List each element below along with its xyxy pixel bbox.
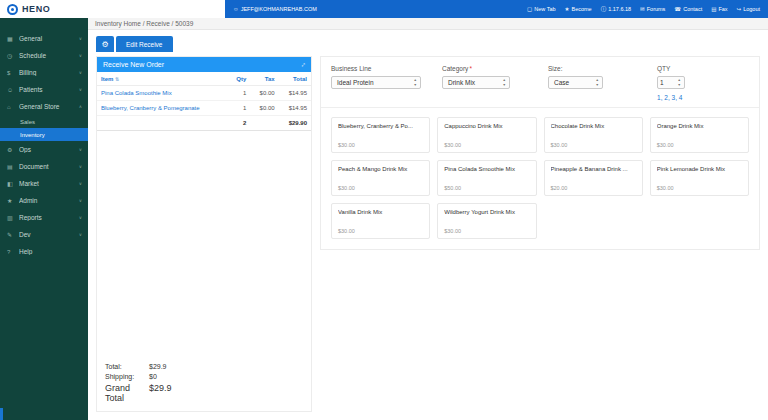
product-price: $30.00 [338, 185, 423, 191]
product-card[interactable]: Pina Colada Smoothie Mix$50.00 [437, 160, 536, 196]
sidebar-item-general[interactable]: ▦General∨ [0, 30, 88, 47]
qty-input[interactable] [660, 79, 674, 86]
sidebar-scrollbar[interactable] [0, 408, 3, 420]
user-email-label: JEFF@KOHMANREHAB.COM [241, 6, 317, 12]
sidebar-item-label: Reports [19, 214, 79, 221]
logout-label: Logout [743, 6, 760, 12]
product-price: $30.00 [657, 185, 742, 191]
product-name: Pina Colada Smoothie Mix [444, 166, 529, 172]
order-summary-row: 2 $29.90 [97, 116, 311, 131]
column-header-total[interactable]: Total [279, 72, 311, 86]
star-icon: ★ [565, 6, 570, 12]
user-icon: ☺ [233, 6, 239, 12]
tab-edit-receive[interactable]: Edit Receive [116, 36, 173, 52]
chevron-down-icon: ∨ [79, 232, 82, 237]
order-totals: Total:$29.9 Shipping:$0 Grand Total$29.9 [97, 354, 311, 411]
product-card[interactable]: Blueberry, Cranberry & Po...$30.00 [331, 117, 430, 153]
sidebar-item-label: Help [19, 248, 82, 255]
logout-link[interactable]: ↪Logout [737, 6, 760, 12]
size-filter: Size: Case ▲▼ [548, 65, 657, 101]
expand-icon[interactable]: ↕ [300, 61, 307, 68]
billing-icon: $ [7, 70, 16, 76]
chevron-down-icon: ∨ [79, 147, 82, 152]
sidebar-item-inventory[interactable]: Inventory [0, 128, 88, 141]
sidebar-item-patients[interactable]: ☺Patients∨ [0, 81, 88, 98]
dev-icon: ✎ [7, 231, 16, 238]
receive-order-panel: Receive New Order ↕ Item ⇅ Qty Tax Total… [96, 56, 312, 412]
user-email-link[interactable]: ☺JEFF@KOHMANREHAB.COM [233, 6, 317, 12]
fax-label: Fax [718, 6, 727, 12]
document-icon: ▤ [7, 163, 16, 170]
sidebar-item-general-store[interactable]: ⌂General Store∧ [0, 98, 88, 115]
item-link[interactable]: Blueberry, Cranberry & Pomegranate [101, 105, 200, 111]
gear-icon: ⚙ [7, 146, 16, 153]
grand-total-label: Grand Total [105, 383, 149, 403]
product-card[interactable]: Pineapple & Banana Drink ...$20.00 [544, 160, 643, 196]
stepper-arrows-icon[interactable]: ▲▼ [678, 78, 681, 86]
product-card[interactable]: Wildberry Yogurt Drink Mix$30.00 [437, 203, 536, 239]
contact-link[interactable]: ☎Contact [674, 6, 702, 12]
product-name: Orange Drink Mix [657, 123, 742, 129]
breadcrumb-text: Inventory Home / Receive / 50039 [95, 20, 193, 27]
new-tab-link[interactable]: ▢New Tab [527, 6, 556, 12]
sidebar-item-help[interactable]: ?Help [0, 243, 88, 260]
sidebar-item-admin[interactable]: ★Admin∨ [0, 192, 88, 209]
logout-icon: ↪ [737, 6, 742, 12]
new-tab-label: New Tab [534, 6, 555, 12]
breadcrumb[interactable]: Inventory Home / Receive / 50039 [88, 18, 768, 30]
product-card[interactable]: Peach & Mango Drink Mix$30.00 [331, 160, 430, 196]
main-content: ⚙ Edit Receive Receive New Order ↕ Item … [88, 30, 768, 420]
dashboard-icon: ▦ [7, 35, 16, 42]
total-value: $29.9 [149, 363, 167, 370]
size-select[interactable]: Case ▲▼ [548, 76, 603, 89]
qty-stepper[interactable]: ▲▼ [657, 76, 685, 89]
business-line-select[interactable]: Ideal Protein ▲▼ [331, 76, 421, 89]
grand-total-value: $29.9 [149, 383, 172, 393]
product-name: Cappuccino Drink Mix [444, 123, 529, 129]
brand-area[interactable]: HENO [0, 0, 225, 18]
total-row: Total:$29.9 [105, 363, 303, 370]
column-header-tax[interactable]: Tax [250, 72, 278, 86]
sidebar-item-billing[interactable]: $Billing∨ [0, 64, 88, 81]
sidebar-subitem-label: Sales [20, 119, 35, 125]
heno-logo-icon [7, 4, 18, 15]
forums-label: Forums [647, 6, 666, 12]
sort-icon: ⇅ [115, 76, 119, 82]
sidebar-item-ops[interactable]: ⚙Ops∨ [0, 141, 88, 158]
sidebar-item-reports[interactable]: ▥Reports∨ [0, 209, 88, 226]
qty-filter: QTY ▲▼ 1, 2, 3, 4 [657, 65, 749, 101]
help-icon: ? [7, 249, 16, 255]
tab-settings[interactable]: ⚙ [96, 36, 114, 52]
item-link[interactable]: Pina Colada Smoothie Mix [101, 90, 172, 96]
product-card[interactable]: Orange Drink Mix$30.00 [650, 117, 749, 153]
become-link[interactable]: ★Become [565, 6, 592, 12]
sidebar-item-label: Ops [19, 146, 79, 153]
shipping-value: $0 [149, 373, 157, 380]
sidebar-item-dev[interactable]: ✎Dev∨ [0, 226, 88, 243]
column-header-item[interactable]: Item ⇅ [97, 72, 228, 86]
sidebar-item-document[interactable]: ▤Document∨ [0, 158, 88, 175]
become-label: Become [571, 6, 591, 12]
forums-link[interactable]: ✉Forums [640, 6, 665, 12]
category-select[interactable]: Drink Mix ▲▼ [442, 76, 510, 89]
product-browser-panel: Business Line Ideal Protein ▲▼ Category*… [320, 56, 760, 250]
page-link-4[interactable]: 4 [679, 94, 683, 101]
sidebar-item-market[interactable]: ◧Market∨ [0, 175, 88, 192]
chevron-down-icon: ∨ [79, 70, 82, 75]
column-header-qty[interactable]: Qty [228, 72, 250, 86]
sidebar-item-sales[interactable]: Sales [0, 115, 88, 128]
product-card[interactable]: Chocolate Drink Mix$30.00 [544, 117, 643, 153]
product-card[interactable]: Cappuccino Drink Mix$30.00 [437, 117, 536, 153]
contact-label: Contact [683, 6, 702, 12]
chevron-down-icon: ∨ [79, 36, 82, 41]
sidebar-item-schedule[interactable]: ◷Schedule∨ [0, 47, 88, 64]
pagination: 1, 2, 3, 4 [657, 94, 749, 101]
business-line-value: Ideal Protein [337, 79, 374, 86]
version-link[interactable]: ⓘ1.17.6.18 [601, 6, 631, 13]
product-card[interactable]: Pink Lemonade Drink Mix$30.00 [650, 160, 749, 196]
product-card[interactable]: Vanilla Drink Mix$30.00 [331, 203, 430, 239]
shipping-row: Shipping:$0 [105, 373, 303, 380]
fax-link[interactable]: ▤Fax [711, 6, 727, 12]
phone-icon: ☎ [674, 6, 681, 12]
qty-label: QTY [657, 65, 749, 72]
